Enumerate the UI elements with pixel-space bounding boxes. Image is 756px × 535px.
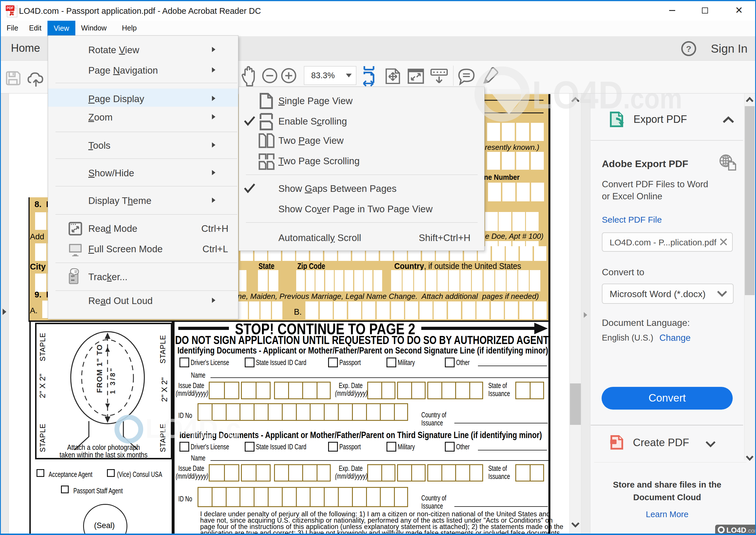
svg-text:FROM 1" TO: FROM 1" TO	[95, 345, 104, 393]
svg-text:1 3/8": 1 3/8"	[109, 368, 117, 394]
